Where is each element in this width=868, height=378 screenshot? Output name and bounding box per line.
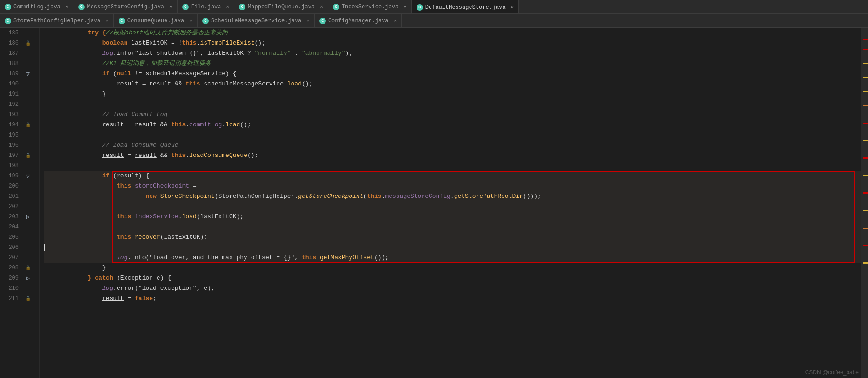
token: commitLog (189, 120, 222, 130)
tab-icon: C (239, 4, 245, 10)
gutter-row-201: 201 (0, 191, 39, 202)
code-line-195 (44, 130, 861, 140)
gutter-row-206: 206 (0, 242, 39, 253)
tab-close[interactable]: × (186, 18, 192, 24)
tab-messagestoreconfigjava[interactable]: CMessageStoreConfig.java× (73, 0, 177, 14)
gutter-row-203: 203▷ (0, 212, 39, 222)
scrollbar-marker-1 (863, 49, 868, 50)
token: result (135, 150, 157, 161)
gutter-row-211: 211🔒 (0, 293, 39, 304)
tab-consumequeuejava[interactable]: CConsumeQueue.java× (114, 14, 198, 28)
code-line-208: } (44, 263, 861, 273)
gutter-icon-189: ▽ (23, 70, 33, 78)
line-number-204: 204 (0, 224, 23, 230)
token: (lastExitOK); (160, 232, 207, 242)
indent (44, 171, 102, 181)
token: log (102, 48, 113, 59)
gutter-row-205: 205 (0, 232, 39, 242)
code-line-187: log.info("last shutdown {}", lastExitOK … (44, 48, 861, 59)
token: // load Commit Log (102, 110, 167, 120)
tab-commitlogjava[interactable]: CCommitLog.java× (0, 0, 73, 14)
scrollbar-track[interactable] (861, 28, 868, 378)
code-line-205: this.recover(lastExitOK); (44, 232, 861, 242)
scrollbar-marker-6 (863, 123, 868, 124)
tab-close[interactable]: × (304, 18, 310, 24)
tab-label: IndexService.java (342, 4, 398, 10)
line-number-198: 198 (0, 163, 23, 169)
token: this (117, 212, 131, 222)
editor-container: 185186🔒187188189▽190191192193194🔒1951961… (0, 28, 868, 378)
tab-close[interactable]: × (224, 4, 230, 10)
token: "abnormally" (302, 48, 345, 59)
token: = (124, 120, 135, 130)
tab-icon: C (202, 18, 209, 24)
token: ( (109, 69, 117, 79)
indent (44, 120, 102, 130)
tab-close[interactable]: × (166, 4, 172, 10)
token: this (186, 79, 200, 89)
tab-indexservicejava[interactable]: CIndexService.java× (328, 0, 412, 14)
gutter-row-189: 189▽ (0, 69, 39, 79)
line-number-191: 191 (0, 91, 23, 98)
token: result (102, 150, 124, 161)
scrollbar-marker-2 (863, 63, 868, 64)
tab-label: MappedFileQueue.java (248, 4, 315, 10)
code-line-192 (44, 99, 861, 110)
token: recover (135, 232, 160, 242)
line-number-201: 201 (0, 193, 23, 200)
indent (44, 48, 102, 59)
token: this (117, 232, 131, 242)
token: . (382, 191, 385, 202)
indent (44, 283, 102, 293)
tab-close[interactable]: × (391, 18, 397, 24)
token: = (124, 150, 135, 161)
gutter-row-194: 194🔒 (0, 120, 39, 130)
token: load (225, 120, 240, 130)
line-number-206: 206 (0, 244, 23, 251)
line-number-189: 189 (0, 71, 23, 77)
scrollbar-marker-7 (863, 140, 868, 141)
tab-close[interactable]: × (317, 4, 323, 10)
code-area[interactable]: try {//根据abort临时文件判断服务是否正常关闭 boolean las… (40, 28, 861, 378)
tab-storepathconfighelperjava[interactable]: CStorePathConfigHelper.java× (0, 14, 114, 28)
tab-configmanagerjava[interactable]: CConfigManager.java× (315, 14, 402, 28)
token: (); (255, 38, 265, 48)
token: . (200, 79, 204, 89)
indent (44, 140, 102, 150)
gutter-icon-199: ▽ (23, 172, 33, 180)
code-line-196: // load Consume Queue (44, 140, 861, 150)
token: this (302, 253, 316, 263)
indent (44, 181, 117, 191)
gutter-row-200: 200 (0, 181, 39, 191)
indent (44, 263, 102, 273)
tab-close[interactable]: × (63, 4, 69, 10)
token: } catch (88, 273, 113, 283)
gutter-row-195: 195 (0, 130, 39, 140)
token: && (157, 120, 171, 130)
gutter-icon-209: ▷ (23, 274, 33, 282)
tab-close[interactable]: × (508, 5, 514, 10)
code-line-204 (44, 222, 861, 232)
tab-close[interactable]: × (103, 18, 109, 24)
indent (44, 212, 117, 222)
tab-label: File.java (191, 4, 221, 10)
gutter-row-186: 186🔒 (0, 38, 39, 48)
code-line-191: } (44, 89, 861, 99)
tab-label: ConsumeQueue.java (127, 18, 184, 24)
tab-mappedfilequeuejava[interactable]: CMappedFileQueue.java× (234, 0, 328, 14)
token: // load Consume Queue (102, 140, 179, 150)
tab-defaultmessagestorejava[interactable]: CDefaultMessageStore.java× (412, 0, 519, 14)
token: ; (153, 293, 157, 304)
token: .info("last shutdown {}", lastExitOK ? (113, 48, 254, 59)
scrollbar-marker-11 (863, 210, 868, 211)
token: //K1 延迟消息，加载延迟消息处理服务 (102, 59, 211, 69)
token: result (149, 79, 171, 89)
tab-schedulemessageservicejava[interactable]: CScheduleMessageService.java× (198, 14, 315, 28)
gutter-icon-186: 🔒 (23, 40, 33, 46)
indent (44, 150, 102, 161)
token: (); (240, 120, 251, 130)
tab-filejava[interactable]: CFile.java× (178, 0, 234, 14)
gutter-icon-208: 🔒 (23, 265, 33, 271)
tab-close[interactable]: × (401, 4, 407, 10)
indent (44, 293, 102, 304)
